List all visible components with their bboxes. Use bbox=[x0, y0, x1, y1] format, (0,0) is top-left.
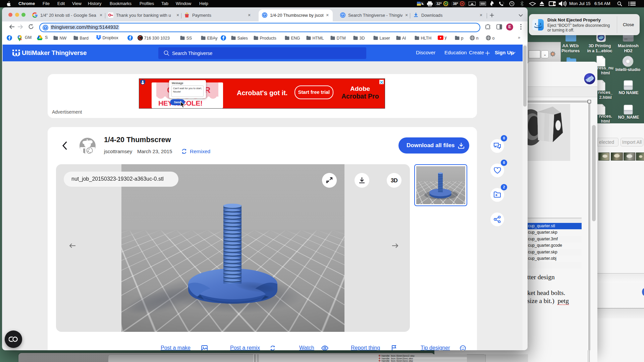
svg-text:⌘: ⌘ bbox=[553, 2, 556, 6]
